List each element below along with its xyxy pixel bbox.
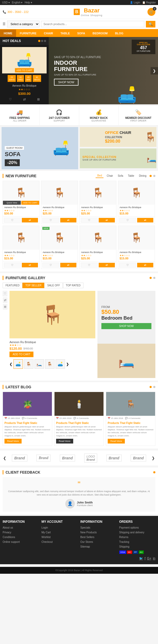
brands-prev[interactable]: ❮ [2, 456, 7, 460]
currency-select[interactable]: USD ▾ [2, 1, 10, 4]
footer-link-shipping[interactable]: Shipping [119, 545, 130, 548]
footer-link-returns[interactable]: Returns [119, 536, 129, 539]
footer-link-checkout[interactable]: Checkout [42, 540, 53, 543]
tab-top-seller[interactable]: TOP SELLER [22, 283, 44, 288]
nav-chair[interactable]: CHAIR [40, 30, 57, 37]
footer-link-support[interactable]: Online support [3, 540, 20, 543]
nav-bedroom[interactable]: BEDROOM [89, 30, 111, 37]
blog-read-more-2[interactable]: Read More [56, 439, 73, 444]
register-link[interactable]: 📋 Register [142, 1, 156, 4]
nav-sofa[interactable]: SOFA [73, 30, 89, 37]
nav-furniture[interactable]: FURNITURE [16, 30, 40, 37]
gallery-view-btn[interactable]: ⊞ [3, 304, 7, 310]
gallery-compare-btn[interactable]: ⇄ [3, 297, 7, 303]
footer-link-best-sellers[interactable]: Best Sellers [80, 536, 94, 539]
compare-btn[interactable]: ⇄ [60, 263, 77, 268]
footer-link-about[interactable]: About us [3, 526, 13, 529]
compare-btn[interactable]: ⇄ [98, 218, 115, 223]
footer-link-stores[interactable]: Our Stores [80, 540, 93, 543]
nav-home[interactable]: HOME [0, 30, 16, 37]
footer-link-payment[interactable]: Payment options [119, 526, 139, 529]
dot-2[interactable] [41, 40, 43, 42]
compare-btn[interactable]: ⇄ [98, 263, 115, 268]
payment-icons: VISA MC PP AX [119, 550, 156, 554]
product-image: 🪑 Quick View ADD TO CART [3, 181, 39, 205]
gallery-thumb-2[interactable]: 🪑 [24, 359, 33, 369]
compare-btn[interactable]: ⇄ [60, 218, 77, 223]
footer-col-title-3: INFORMATION [80, 520, 117, 524]
dot-3[interactable] [44, 40, 46, 42]
banner-next[interactable]: ❯ [151, 67, 158, 74]
tab-sale-off[interactable]: SALE OFF [44, 283, 63, 288]
banner-shop-now[interactable]: SHOP NOW [54, 79, 78, 86]
compare-btn[interactable]: ⇄ [137, 263, 154, 268]
wishlist-btn[interactable]: ♡ [81, 218, 98, 223]
category-select[interactable]: Select a category [7, 21, 39, 27]
cart-button[interactable]: 🛒 0 [147, 8, 155, 16]
gallery-add-to-cart-btn[interactable]: ADD TO CART [9, 352, 33, 357]
hot-deal-add-to-cart[interactable]: ADD TO CART [15, 68, 34, 72]
tab-top-rated[interactable]: TOP RATED [63, 283, 83, 288]
gallery-thumb-3[interactable]: 🛏️ [34, 359, 44, 369]
gallery-thumb-next[interactable]: ❯ [66, 362, 69, 366]
search-input[interactable] [41, 21, 144, 27]
brands-next[interactable]: ❯ [151, 456, 156, 460]
tab-sofa[interactable]: Sofa [116, 174, 125, 178]
add-to-cart-btn[interactable]: ADD TO CART [21, 201, 39, 205]
footer-link-cart[interactable]: My Cart [42, 531, 51, 534]
wishlist-btn[interactable]: ♡ [4, 218, 21, 223]
wishlist-btn[interactable]: ♡ [4, 263, 21, 268]
wishlist-icon[interactable]: ♡ [9, 97, 12, 101]
blog-image-1: 🪴 [3, 392, 52, 416]
tab-table[interactable]: Table [126, 174, 136, 178]
google-link[interactable]: G+ [147, 557, 151, 560]
compare-btn[interactable]: ⇄ [22, 218, 38, 223]
gallery-from-label: FROM [101, 305, 151, 309]
tab-chair[interactable]: Chair [105, 174, 115, 178]
compare-btn[interactable]: ⇄ [137, 218, 154, 223]
logo[interactable]: B Bazar Online Shopping [74, 7, 102, 17]
tab-featured[interactable]: FEATURED [3, 283, 22, 288]
compare-icon[interactable]: ⇄ [23, 97, 26, 101]
blog-read-more-1[interactable]: Read More [4, 439, 22, 444]
gallery-thumb-prev[interactable]: ❮ [9, 362, 12, 366]
view-icon[interactable]: ⊞ [37, 97, 40, 101]
login-link[interactable]: 👤 Login [130, 1, 140, 4]
footer-link-wishlist[interactable]: Wishlist [42, 536, 51, 539]
dot-1[interactable] [38, 40, 40, 42]
footer-link-login[interactable]: Login [42, 526, 48, 529]
footer-link-conditions[interactable]: Conditions [3, 536, 15, 539]
tab-dining[interactable]: Dining [137, 174, 148, 178]
language-select[interactable]: English ▾ [12, 1, 23, 4]
footer-link-shipping-delivery[interactable]: Shipping and delivery [119, 531, 145, 534]
quick-view-btn[interactable]: Quick View [3, 201, 21, 205]
gallery-thumb-4[interactable]: 🪑 [45, 359, 55, 369]
tab-bed[interactable]: Bed [96, 174, 103, 178]
footer-link-sitemap[interactable]: Sitemap [80, 545, 90, 548]
feature-shipping: 🚚 FREE SHIPPING ALL ORDER [0, 106, 39, 125]
blog-nav-dot [153, 386, 155, 388]
footer-link-privacy[interactable]: Privacy [3, 531, 11, 534]
footer-link-tracking[interactable]: Tracking [119, 540, 129, 543]
twitter-link[interactable]: 🐦 [139, 557, 143, 560]
wishlist-btn[interactable]: ♡ [119, 218, 136, 223]
linkedin-link[interactable]: in [153, 557, 155, 560]
nav-blog[interactable]: BLOG [111, 30, 127, 37]
facebook-link[interactable]: f [145, 557, 145, 560]
gallery-thumb-1[interactable]: 🛋️ [13, 359, 23, 369]
gallery-shop-now-btn[interactable]: SHOP NOW [101, 323, 151, 329]
wishlist-btn[interactable]: ♡ [119, 263, 136, 268]
gallery-wishlist-btn[interactable]: ♡ [3, 291, 7, 296]
compare-btn[interactable]: ⇄ [22, 263, 38, 268]
help-link[interactable]: Help ▾ [24, 1, 32, 4]
wishlist-btn[interactable]: ♡ [42, 218, 59, 223]
search-button[interactable]: 🔍 [146, 21, 155, 27]
blog-read-more-3[interactable]: Read More [108, 439, 125, 444]
footer-link-specials[interactable]: Specials [80, 526, 90, 529]
gallery-thumb-5[interactable]: 🛋️ [56, 359, 65, 369]
nav-table[interactable]: TABLE [57, 30, 73, 37]
wishlist-btn[interactable]: ♡ [42, 263, 59, 268]
brand-logos: Brand Brand Brand LOGOBrand Brand Brand [7, 454, 151, 463]
wishlist-btn[interactable]: ♡ [81, 263, 98, 268]
footer-link-new-products[interactable]: New Products [80, 531, 97, 534]
